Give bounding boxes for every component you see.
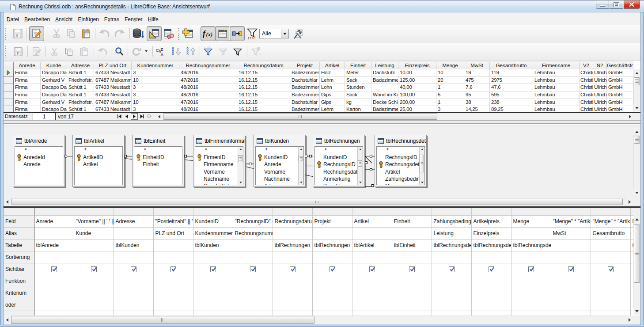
table-cell[interactable]: 20 (436, 77, 464, 84)
table-cell[interactable]: 10,00 (398, 69, 436, 77)
grid-cell-extra[interactable] (34, 311, 74, 316)
diagram-field[interactable]: Vorname (256, 168, 303, 175)
menu-extras[interactable]: Extras (102, 15, 122, 24)
table-vscroll-up-arrow[interactable] (633, 69, 640, 76)
grid-cell-funktion[interactable] (591, 275, 631, 287)
table-cell[interactable]: 19 (464, 69, 490, 77)
grid-cell-sortierung[interactable] (392, 251, 432, 263)
table-cell[interactable]: 475 (464, 77, 490, 84)
field-list-scrollbar[interactable] (298, 147, 303, 185)
diagram-table-title[interactable]: tblEinheit (133, 135, 184, 146)
table-cell[interactable]: 48/2016 (179, 84, 237, 91)
row-selector[interactable] (4, 84, 14, 91)
grid-cell-oder[interactable] (233, 299, 273, 311)
table-cell[interactable]: Gips (320, 99, 345, 106)
sichtbar-checkbox[interactable] (330, 266, 335, 272)
grid-cell-funktion[interactable] (233, 275, 273, 287)
grid-column-header[interactable] (273, 208, 313, 216)
sichtbar-checkbox[interactable] (250, 266, 256, 272)
grid-cell-oder[interactable] (352, 299, 392, 311)
table-hscroll-right-arrow[interactable] (626, 113, 633, 120)
table-cell[interactable]: 3 (132, 84, 179, 91)
design-view-toggle-button[interactable] (147, 26, 162, 41)
grid-cell-sortierung[interactable] (352, 251, 392, 263)
toolbar-grip[interactable] (5, 28, 6, 40)
diagram-hscroll-thumb[interactable] (11, 199, 623, 205)
table-cell[interactable]: 40,00 (398, 84, 436, 91)
undo-button[interactable] (97, 26, 112, 41)
grid-cell-kriterium[interactable] (114, 287, 154, 299)
grid-cell-tabelle[interactable]: tblRechnungsdetails (511, 240, 551, 251)
grid-cell-alias[interactable] (313, 228, 352, 240)
table-cell[interactable]: Badezimmer (371, 77, 398, 84)
new-record-button[interactable] (146, 113, 153, 120)
grid-cell-extra[interactable] (551, 311, 591, 316)
maximize-button[interactable] (610, 0, 623, 9)
column-header[interactable]: Firmenname (533, 62, 580, 70)
close-button[interactable] (624, 0, 640, 9)
reset-filter-button[interactable] (249, 45, 262, 58)
table-cell[interactable]: Ullrich (593, 91, 607, 99)
grid-cell-kriterium[interactable] (233, 287, 273, 299)
table-cell[interactable]: Ullrich (593, 69, 607, 77)
query-properties-button[interactable] (291, 26, 306, 41)
diagram-field[interactable]: Geschäftsform (195, 183, 243, 185)
table-cell[interactable]: 100,00 (398, 91, 436, 99)
table-cell[interactable]: Firma (14, 77, 41, 84)
grid-cell-oder[interactable] (472, 299, 511, 311)
column-header[interactable]: Leistung (371, 62, 398, 70)
table-cell[interactable]: Sack (345, 77, 371, 84)
diagram-field[interactable]: Adresse (256, 183, 303, 185)
grid-cell-kriterium[interactable] (432, 287, 472, 299)
diagram-field[interactable]: * (75, 147, 122, 154)
table-cell[interactable]: Holz (320, 69, 345, 77)
grid-column-header[interactable] (233, 208, 273, 216)
row-selector[interactable] (4, 77, 14, 84)
cut-button[interactable] (49, 26, 64, 41)
diagram-vscroll-up-arrow[interactable] (633, 128, 640, 135)
grid-cell-alias[interactable]: Gesamtbrutto (591, 228, 631, 240)
functions-toggle-button[interactable]: f(x) (201, 26, 216, 41)
column-header[interactable]: Rechnungsnummer (179, 62, 237, 70)
grid-cell-oder[interactable] (511, 299, 551, 311)
table-cell[interactable]: 16.12.15 (237, 77, 290, 84)
diagram-table-title[interactable]: tblArtikel (73, 135, 124, 146)
grid-column-header[interactable] (591, 208, 631, 216)
column-header[interactable]: Einzelpreis (398, 62, 436, 70)
grid-column-header[interactable] (193, 208, 233, 216)
table-cell[interactable]: 2975 (490, 77, 533, 84)
table-cell[interactable]: Sack (345, 91, 371, 99)
grid-cell-tabelle[interactable]: tblKunden (193, 240, 233, 251)
scroll-down-arrow[interactable] (358, 180, 363, 185)
grid-cell-funktion[interactable] (392, 275, 432, 287)
grid-cell-feld[interactable]: Projekt (313, 216, 352, 228)
table-cell[interactable]: Dacapo Dac (41, 84, 67, 91)
table-cell[interactable]: Lehm (320, 77, 345, 84)
scroll-down-arrow[interactable] (420, 180, 424, 185)
table-cell[interactable]: Dachstuhl (371, 69, 398, 77)
diagram-table-title[interactable]: tblRechnungsdetails (375, 135, 426, 146)
copy-button[interactable] (62, 45, 76, 58)
grid-cell-funktion[interactable] (34, 275, 74, 287)
table-cell[interactable]: Dachstuhlar (290, 77, 320, 84)
table-cell[interactable]: Lehmbau (533, 84, 580, 91)
grid-cell-oder[interactable] (392, 299, 432, 311)
grid-cell-extra[interactable] (432, 311, 472, 316)
scroll-up-arrow[interactable] (238, 147, 243, 152)
first-record-button[interactable] (116, 113, 123, 120)
table-cell[interactable]: 67433 Neustadt (94, 84, 132, 91)
grid-vscroll-down-arrow[interactable] (633, 308, 640, 315)
table-cell[interactable]: 16.12.15 (237, 91, 290, 99)
table-cell[interactable]: 16.12.15 (237, 99, 290, 106)
column-header[interactable]: Geschäftsform (607, 62, 633, 70)
table-cell[interactable]: kg (345, 99, 371, 106)
grid-cell-extra[interactable] (511, 311, 551, 316)
table-cell[interactable]: Christi (580, 69, 593, 77)
diagram-field[interactable]: Nachname (256, 175, 303, 183)
paste-button[interactable] (77, 45, 91, 58)
column-header[interactable]: Artikel (320, 62, 345, 70)
sort-button[interactable]: ZA (155, 45, 168, 58)
table-cell[interactable]: Ullrich (593, 99, 607, 106)
grid-cell-funktion[interactable] (432, 275, 472, 287)
grid-cell-feld[interactable]: Artikel (352, 216, 392, 228)
